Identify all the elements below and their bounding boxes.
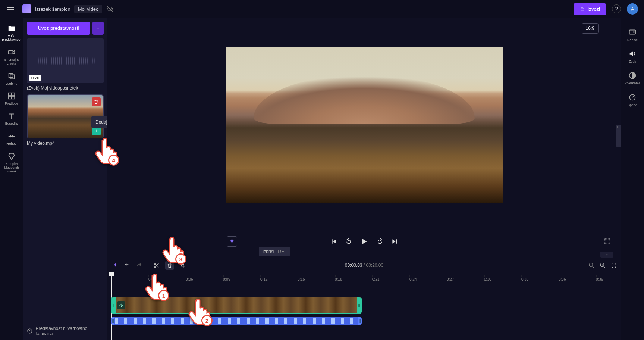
sparkle-icon [229, 238, 235, 244]
media-video-name: My video.mp4 [27, 141, 104, 146]
help-button[interactable]: ? [612, 4, 621, 13]
timeline-tracks[interactable]: || || || || [107, 282, 621, 340]
ruler-tick: 0:09 [223, 274, 230, 281]
timeline-ruler[interactable]: 0:030:060:090:120:150:180:210:240:270:30… [107, 272, 621, 282]
left-rail: Vaša predstavnost Snemaj & create vsebin… [0, 18, 23, 340]
tutorial-hand-1: 1 [143, 274, 167, 303]
brandkit-icon [7, 152, 16, 161]
duration-badge: 0:20 [29, 75, 41, 81]
chevron-down-icon [604, 253, 609, 257]
ruler-tick: 0:21 [372, 274, 379, 281]
rail-record-create[interactable]: Snemaj & create [0, 45, 23, 69]
hamburger-menu-button[interactable] [6, 4, 15, 13]
right-panel-expand-button[interactable] [616, 125, 621, 147]
export-button[interactable]: Izvozi [574, 3, 606, 15]
svg-rect-13 [629, 30, 636, 34]
skip-start-button[interactable] [330, 238, 337, 245]
svg-rect-3 [10, 75, 14, 79]
clip-mute-button[interactable] [117, 301, 125, 309]
right-rail: Napise Zvok Pojemanje Speed [621, 18, 644, 340]
rail-templates[interactable]: Predloge [0, 88, 23, 109]
fit-button[interactable] [610, 262, 617, 269]
zoom-in-button[interactable] [599, 262, 606, 269]
svg-rect-6 [9, 96, 11, 99]
cc-icon [628, 28, 637, 37]
undo-button[interactable] [124, 262, 131, 269]
chevron-left-icon [616, 125, 619, 129]
tutorial-hand-3: 3 [160, 237, 184, 267]
speed-icon [628, 93, 637, 102]
chevron-down-icon [96, 26, 100, 31]
import-media-button[interactable]: Uvoz predstavnosti [27, 22, 90, 35]
redo-button[interactable] [136, 262, 142, 269]
rail-text[interactable]: Besedilo [0, 109, 23, 129]
timeline-collapse-button[interactable] [600, 252, 613, 258]
rail-brandkit[interactable]: Komplet blagovnih znamk [0, 149, 23, 177]
ruler-tick: 0:24 [409, 274, 417, 281]
backup-warning: Predstavnost ni varnostno kopirana [27, 326, 104, 336]
magic-tool-button[interactable] [112, 262, 119, 269]
audio-clip[interactable]: || || [111, 317, 362, 325]
audio-waveform [115, 318, 358, 324]
video-preview[interactable] [226, 47, 503, 203]
svg-rect-1 [9, 50, 13, 54]
fullscreen-button[interactable] [604, 238, 611, 245]
split-button[interactable] [153, 262, 160, 269]
svg-rect-5 [12, 93, 15, 96]
svg-rect-7 [12, 96, 15, 99]
trash-icon [94, 99, 99, 105]
volume-icon [628, 49, 637, 58]
audio-trim-right[interactable]: || [358, 317, 361, 325]
ruler-tick: 0:06 [186, 274, 193, 281]
app-logo-icon [22, 4, 31, 13]
layers-icon [7, 72, 16, 81]
playback-controls [107, 231, 621, 252]
plus-icon: + [94, 128, 98, 134]
ruler-tick: 0:33 [521, 274, 528, 281]
transitions-icon [7, 132, 16, 141]
forward-10-button[interactable] [376, 238, 384, 245]
ruler-tick: 0:18 [335, 274, 342, 281]
folder-icon [7, 24, 16, 33]
timeline-timecode: 00:00.03 / 00:20.00 [345, 263, 383, 268]
import-dropdown-button[interactable] [92, 22, 104, 35]
play-button[interactable] [360, 237, 369, 246]
ruler-tick: 0:15 [298, 274, 305, 281]
project-name-field[interactable]: Moj video [74, 5, 103, 13]
center-panel: 16:9 Izbr [107, 18, 621, 340]
svg-point-10 [154, 266, 156, 268]
user-avatar[interactable]: A [627, 3, 638, 15]
skip-end-button[interactable] [391, 238, 399, 245]
avatar-letter: A [631, 6, 634, 12]
rr-fade[interactable]: Pojemanje [621, 67, 644, 89]
rail-content[interactable]: vsebine [0, 69, 23, 89]
audio-trim-left[interactable]: || [111, 317, 114, 325]
app-name: Izrezek šampion [35, 6, 70, 12]
export-button-label: Izvozi [588, 6, 600, 12]
ruler-tick: 0:30 [484, 274, 491, 281]
rail-transitions[interactable]: Prehodi [0, 129, 23, 149]
clip-trim-left[interactable]: || [112, 297, 116, 313]
ruler-tick: 0:39 [596, 274, 603, 281]
fade-icon [628, 71, 637, 80]
topbar: Izrezek šampion Moj video Izvozi ? A [0, 0, 644, 18]
add-to-timeline-button[interactable]: + [92, 127, 101, 135]
rail-your-media[interactable]: Vaša predstavnost [0, 21, 23, 45]
ruler-tick: 0:12 [260, 274, 267, 281]
rr-audio[interactable]: Zvok [621, 46, 644, 67]
rewind-10-button[interactable] [345, 238, 352, 245]
zoom-out-button[interactable] [588, 262, 595, 269]
rr-captions[interactable]: Napise [621, 24, 644, 46]
cloud-sync-off-icon[interactable] [107, 6, 113, 12]
ai-effects-button[interactable] [227, 236, 237, 247]
media-audio-tile[interactable]: 0:20 [27, 38, 104, 83]
aspect-ratio-button[interactable]: 16:9 [582, 23, 599, 34]
media-audio-name: (Zvok) Moj videoposnetek [27, 85, 104, 91]
rr-speed[interactable]: Speed [621, 89, 644, 110]
ruler-tick: 0:36 [559, 274, 566, 281]
svg-rect-4 [9, 93, 11, 96]
tutorial-hand-4: 4 [93, 138, 117, 168]
delete-media-button[interactable] [92, 97, 101, 106]
upload-icon [579, 6, 585, 12]
clip-trim-right[interactable]: || [357, 297, 361, 313]
